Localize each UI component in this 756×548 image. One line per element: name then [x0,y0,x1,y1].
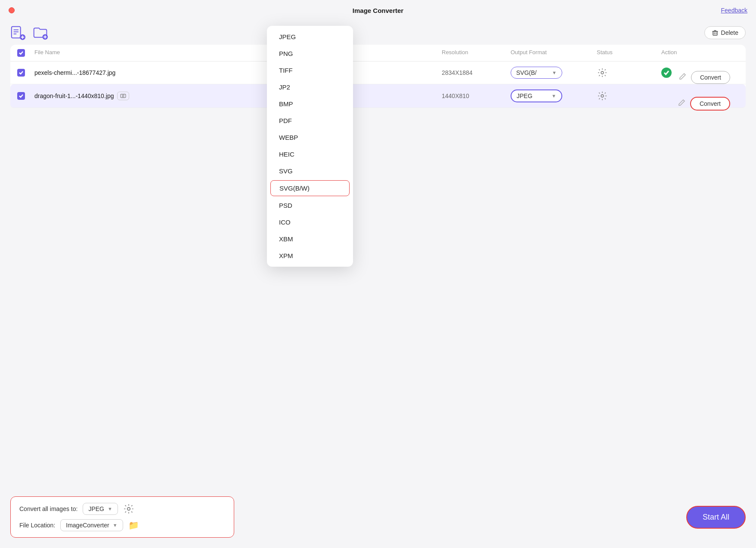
dropdown-item-heic[interactable]: HEIC [267,146,353,163]
chevron-down-icon: ▼ [552,70,557,75]
row1-edit-icon[interactable] [678,72,687,83]
dropdown-item-xbm[interactable]: XBM [267,231,353,247]
convert-all-label: Convert all images to: [19,505,77,512]
row1-checkbox[interactable] [17,69,34,77]
header-resolution: Resolution [442,49,511,57]
delete-label: Delete [721,29,738,36]
row2-settings [597,90,661,102]
convert-all-format-dropdown[interactable]: JPEG ▼ [83,503,118,515]
bottom-left-panel: Convert all images to: JPEG ▼ File Locat… [10,496,234,538]
delete-button[interactable]: Delete [704,26,746,39]
dropdown-item-psd[interactable]: PSD [267,197,353,214]
svg-point-19 [127,508,130,511]
svg-point-17 [122,95,124,97]
header-filename: File Name [34,49,442,57]
dropdown-item-tiff[interactable]: TIFF [267,62,353,79]
convert-all-format-value: JPEG [88,505,104,512]
row1-actions: Convert [678,71,730,84]
row2-actions: Convert [677,97,730,111]
dropdown-item-jpeg[interactable]: JPEG [267,28,353,45]
dropdown-item-xpm[interactable]: XPM [267,247,353,264]
row1-convert-button[interactable]: Convert [691,71,730,84]
titlebar: Image Converter Feedback [0,0,756,21]
dropdown-item-webp[interactable]: WEBP [267,129,353,146]
preview-icon[interactable] [117,92,129,100]
file-location-label: File Location: [19,522,55,529]
folder-icon[interactable]: 📁 [128,520,139,530]
close-button[interactable] [9,7,15,13]
svg-rect-10 [713,31,717,35]
format-dropdown-menu: JPEG PNG TIFF JP2 BMP PDF WEBP HEIC SVG … [267,26,353,267]
row1-resolution: 2834X1884 [442,69,511,76]
chevron-down-icon: ▼ [108,506,112,511]
add-folder-button[interactable] [33,25,48,40]
row1-format-dropdown[interactable]: SVG(B/ ▼ [511,67,597,79]
row2-convert-button[interactable]: Convert [690,97,730,111]
select-all-checkbox[interactable] [17,49,25,57]
settings-icon[interactable] [123,503,134,514]
row2-format-dropdown[interactable]: JPEG ▼ [511,89,597,102]
table-header: File Name Resolution Output Format Statu… [10,45,746,62]
file-location-value: ImageConverter [66,522,109,529]
header-action: Action [661,49,739,57]
dropdown-item-png[interactable]: PNG [267,45,353,62]
row2-checkbox[interactable] [17,92,34,100]
row1-status [597,67,661,78]
file-table: File Name Resolution Output Format Statu… [10,45,746,108]
table-row: dragon-fruit-1...-1440x810.jpg 1440X810 … [10,84,746,108]
dropdown-item-svg[interactable]: SVG [267,163,353,179]
svg-rect-16 [121,94,126,98]
chevron-down-icon: ▼ [552,93,556,99]
dropdown-item-pdf[interactable]: PDF [267,112,353,129]
row2-edit-icon[interactable] [677,99,686,109]
settings-icon[interactable] [597,90,608,102]
add-file-button[interactable] [10,25,26,40]
bottom-bar: Convert all images to: JPEG ▼ File Locat… [10,496,746,538]
header-checkbox-col [17,49,34,57]
header-status: Status [597,49,661,57]
file-location-row: File Location: ImageConverter ▼ 📁 [19,519,225,531]
dropdown-item-svg-bw[interactable]: SVG(B/W) [270,180,350,196]
settings-icon[interactable] [597,67,608,78]
dropdown-item-jp2[interactable]: JP2 [267,79,353,95]
row2-resolution: 1440X810 [442,92,511,99]
svg-point-18 [601,95,604,97]
feedback-link[interactable]: Feedback [721,7,747,14]
dropdown-item-ico[interactable]: ICO [267,214,353,231]
header-format: Output Format [511,49,597,57]
toolbar-left [10,25,48,40]
table-row: pexels-chermi...-18677427.jpg 2834X1884 … [10,62,746,84]
dropdown-item-bmp[interactable]: BMP [267,95,353,112]
toolbar: Delete [0,21,756,45]
start-all-button[interactable]: Start All [686,506,746,529]
app-title: Image Converter [353,7,403,14]
row2-filename: dragon-fruit-1...-1440x810.jpg [34,92,442,100]
row1-filename: pexels-chermi...-18677427.jpg [34,69,442,76]
chevron-down-icon: ▼ [113,523,118,528]
convert-all-row: Convert all images to: JPEG ▼ [19,503,225,515]
row1-action-icons [597,67,661,78]
svg-point-15 [601,71,604,74]
file-location-dropdown[interactable]: ImageConverter ▼ [60,519,123,531]
trash-icon [712,29,719,36]
